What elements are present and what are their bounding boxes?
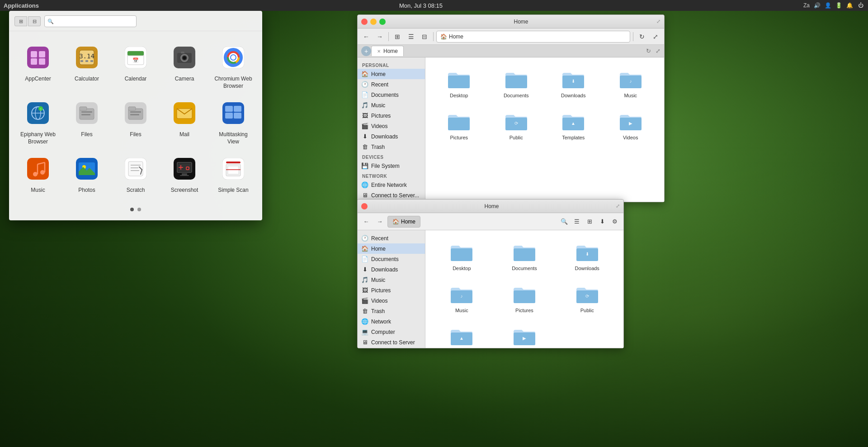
app-item-appcenter[interactable]: AppCenter [14,38,62,94]
sidebar-item-downloads[interactable]: ⬇ Downloads [358,131,425,142]
app-item-screenshot[interactable]: Screenshot [160,150,209,199]
sidebar-text: Music [371,102,385,109]
app-item-camera[interactable]: Camera [160,38,209,94]
forward-button-2[interactable]: → [374,216,386,228]
sidebar-item-recent[interactable]: 🕐 Recent [358,79,425,90]
sidebar-item-file-system[interactable]: 💾 File System [358,161,425,171]
app-item-files2[interactable]: Files [111,94,160,150]
app-icon-calculator: 3.14 [72,43,101,72]
window-body-1: Personal🏠 Home🕐 Recent📄 Documents🎵 Music… [358,57,664,202]
refresh-button-1[interactable]: ↻ [636,31,648,43]
sidebar-item-entire-network[interactable]: 🌐 Entire Network [358,180,425,190]
power-icon[interactable]: ⏻ [857,2,864,9]
notification-icon[interactable]: 🔔 [846,2,854,9]
page-dot-1[interactable] [130,208,134,211]
window-expand-2[interactable]: ⤢ [616,203,620,209]
settings-button-2[interactable]: ⚙ [609,216,621,228]
sidebar-item-home[interactable]: 🏠 Home [358,69,425,79]
app-item-music[interactable]: Music [14,150,62,199]
app-item-multitask[interactable]: Multitasking View [209,94,258,150]
keyboard-icon[interactable]: Za [803,2,810,9]
list-view-button[interactable]: ⊟ [28,16,41,26]
grid-view-button-2[interactable]: ⊞ [584,216,595,228]
file-item-downloads[interactable]: ⬇ Downloads [547,65,600,102]
sidebar2-item-music[interactable]: 🎵 Music [358,275,425,285]
window-expand-1[interactable]: ⤢ [656,19,660,24]
columns-view-button-1[interactable]: ⊟ [419,31,430,43]
sidebar2-item-network[interactable]: 🌐 Network [358,316,425,327]
file-item-desktop[interactable]: Desktop [433,65,486,102]
sidebar-item-documents[interactable]: 📄 Documents [358,90,425,100]
list-view-button-2[interactable]: ☰ [571,216,583,228]
app-search-input[interactable] [44,15,137,27]
file2-item-documents[interactable]: Documents [495,238,554,275]
sidebar2-item-documents[interactable]: 📄 Documents [358,254,425,264]
forward-button-1[interactable]: → [374,31,386,43]
search-button-2[interactable]: 🔍 [558,216,570,228]
file-item-public[interactable]: ⟳ Public [490,107,543,144]
file2-item-music[interactable]: ♪ Music [433,280,491,317]
expand-button-1[interactable]: ⤢ [650,31,661,43]
app-item-calculator[interactable]: 3.14 Calculator [62,38,111,94]
app-item-mail[interactable]: Mail [160,94,209,150]
sidebar2-item-computer[interactable]: 💻 Computer [358,327,425,337]
app-icon-calendar: 📅 [121,43,150,72]
sidebar-text: Home [371,71,386,77]
back-button-2[interactable]: ← [360,216,372,228]
sidebar-item-pictures[interactable]: 🖼 Pictures [358,110,425,121]
app-item-simplescan[interactable]: Simple Scan [209,150,258,199]
sidebar-item-trash[interactable]: 🗑 Trash [358,142,425,152]
app-item-scratch[interactable]: Scratch [111,150,160,199]
new-tab-button-1[interactable]: + [361,46,371,56]
file-item-documents[interactable]: Documents [490,65,543,102]
app-item-photos[interactable]: Photos [62,150,111,199]
file2-item-desktop[interactable]: Desktop [433,238,491,275]
applications-label[interactable]: Applications [4,2,39,9]
sidebar2-item-recent[interactable]: 🕐 Recent [358,233,425,243]
sidebar2-item-connect-to-server[interactable]: 🖥 Connect to Server [358,337,425,347]
location-bar-1[interactable]: 🏠 Home [436,31,630,43]
home-nav-button-2[interactable]: 🏠 Home [387,216,420,228]
battery-icon[interactable]: 🔋 [835,2,843,9]
file2-item-templates[interactable]: ▲ Templates [433,322,491,348]
window-maximize-button-1[interactable] [379,19,386,25]
file-item-pictures[interactable]: Pictures [433,107,486,144]
user-icon[interactable]: 👤 [825,2,832,9]
svg-rect-44 [130,114,139,115]
sidebar2-item-pictures[interactable]: 🖼 Pictures [358,285,425,295]
file-item-templates[interactable]: ▲ Templates [547,107,600,144]
window-close-button-2[interactable] [361,203,368,209]
icon-view-button-1[interactable]: ⊞ [392,31,403,43]
sidebar2-item-videos[interactable]: 🎬 Videos [358,295,425,306]
sidebar2-item-trash[interactable]: 🗑 Trash [358,306,425,316]
back-button-1[interactable]: ← [360,31,372,43]
list-view-button-1[interactable]: ☰ [405,31,417,43]
file2-item-downloads[interactable]: ⬇ Downloads [558,238,616,275]
file2-item-pictures[interactable]: Pictures [495,280,554,317]
tab-home-1[interactable]: ✕ Home [371,46,404,56]
app-item-chromium[interactable]: Chromium Web Browser [209,38,258,94]
file-item-videos[interactable]: ▶ Videos [604,107,657,144]
grid-view-button[interactable]: ⊞ [14,16,27,26]
file2-label: Downloads [575,266,599,271]
sidebar2-item-home[interactable]: 🏠 Home [358,243,425,254]
volume-icon[interactable]: 🔊 [814,2,821,9]
sidebar-item-music[interactable]: 🎵 Music [358,100,425,110]
window-close-button-1[interactable] [361,19,368,25]
file2-item-public[interactable]: ⟳ Public [558,280,616,317]
window-minimize-button-1[interactable] [370,19,377,25]
folder-icon: ▲ [561,110,586,132]
sort-button-2[interactable]: ⬇ [596,216,608,228]
tab-bar-refresh-1[interactable]: ↻ [643,47,654,55]
page-dot-2[interactable] [137,208,141,211]
svg-text:3.14: 3.14 [79,52,94,60]
tab-bar-expand-1[interactable]: ⤢ [654,47,662,55]
file2-item-videos[interactable]: ▶ Videos [495,322,554,348]
app-item-calendar[interactable]: 📅 Calendar [111,38,160,94]
file-item-music[interactable]: ♪ Music [604,65,657,102]
app-item-files1[interactable]: Files [62,94,111,150]
app-item-epiphany[interactable]: ↑ Epiphany Web Browser [14,94,62,150]
sidebar2-item-downloads[interactable]: ⬇ Downloads [358,264,425,275]
sidebar-item-videos[interactable]: 🎬 Videos [358,121,425,131]
tab-close-icon-1[interactable]: ✕ [377,49,381,54]
